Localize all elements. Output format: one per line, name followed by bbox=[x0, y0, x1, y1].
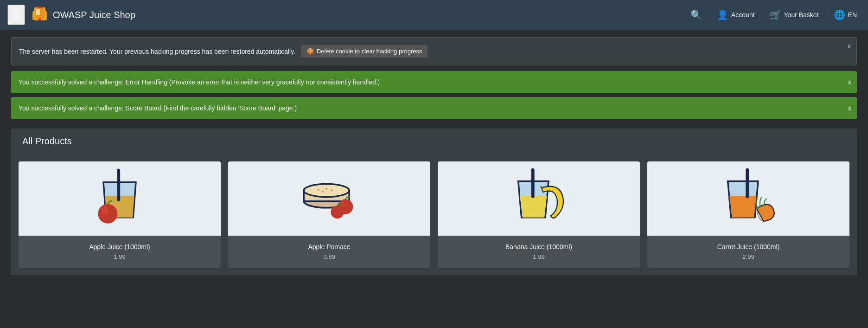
product-image-banana-juice bbox=[438, 161, 640, 236]
products-header: All Products bbox=[11, 129, 857, 154]
product-name-banana-juice: Banana Juice (1000ml) bbox=[445, 243, 632, 251]
navbar-right: 🔍 👤 Account 🛒 Your Basket 🌐 EN bbox=[687, 7, 861, 22]
cookie-icon: 🍪 bbox=[306, 48, 314, 55]
product-image-carrot-juice bbox=[647, 161, 849, 236]
account-icon: 👤 bbox=[717, 9, 728, 20]
svg-point-7 bbox=[102, 207, 108, 216]
product-name-apple-pomace: Apple Pomace bbox=[236, 243, 423, 251]
svg-rect-2 bbox=[36, 9, 40, 15]
svg-rect-19 bbox=[746, 168, 749, 198]
product-name-carrot-juice: Carrot Juice (1000ml) bbox=[655, 243, 842, 251]
delete-cookie-button[interactable]: 🍪 Delete cookie to clear hacking progres… bbox=[301, 45, 428, 58]
svg-point-16 bbox=[341, 201, 345, 208]
apple-juice-image bbox=[87, 166, 152, 231]
product-info-apple-pomace: Apple Pomace 0.89 bbox=[228, 236, 430, 268]
brand-logo-icon bbox=[31, 6, 49, 24]
brand-title: OWASP Juice Shop bbox=[53, 10, 135, 20]
product-info-banana-juice: Banana Juice (1000ml) 1.99 bbox=[438, 236, 640, 268]
brand-logo[interactable]: OWASP Juice Shop bbox=[31, 6, 135, 24]
search-button[interactable]: 🔍 bbox=[687, 7, 706, 22]
svg-point-12 bbox=[326, 188, 328, 190]
banana-juice-image bbox=[506, 166, 571, 231]
products-section: All Products bbox=[11, 129, 857, 275]
svg-point-10 bbox=[304, 184, 349, 197]
basket-button[interactable]: 🛒 Your Basket bbox=[766, 7, 823, 22]
product-card-apple-juice[interactable]: Apple Juice (1000ml) 1.99 bbox=[19, 161, 221, 268]
delete-cookie-label: Delete cookie to clear hacking progress bbox=[317, 48, 422, 55]
product-price-apple-pomace: 0.89 bbox=[236, 253, 423, 260]
svg-rect-18 bbox=[531, 168, 535, 198]
search-icon: 🔍 bbox=[690, 9, 702, 20]
products-grid: Apple Juice (1000ml) 1.99 bbox=[11, 154, 857, 275]
account-label: Account bbox=[731, 11, 755, 19]
svg-rect-4 bbox=[37, 6, 43, 8]
product-image-apple-juice bbox=[19, 161, 221, 236]
svg-rect-5 bbox=[117, 169, 120, 201]
main-content: The server has been restarted. Your prev… bbox=[0, 30, 868, 283]
navbar-left: ☰ OWASP Juice Shop bbox=[7, 5, 687, 25]
language-icon: 🌐 bbox=[834, 9, 845, 20]
svg-point-13 bbox=[331, 189, 333, 192]
alert-2-close-button[interactable]: x bbox=[848, 104, 851, 112]
alert-1-message: You successfully solved a challenge: Err… bbox=[19, 78, 380, 86]
apple-pomace-image bbox=[297, 166, 362, 231]
alert-1-close-button[interactable]: x bbox=[848, 78, 851, 86]
language-label: EN bbox=[848, 11, 857, 19]
alert-2-message: You successfully solved a challenge: Sco… bbox=[19, 104, 297, 112]
product-name-apple-juice: Apple Juice (1000ml) bbox=[26, 243, 213, 251]
basket-icon: 🛒 bbox=[770, 9, 781, 20]
product-price-carrot-juice: 2.99 bbox=[655, 253, 842, 260]
notification-close-button[interactable]: x bbox=[848, 42, 851, 50]
alert-2: You successfully solved a challenge: Sco… bbox=[11, 97, 857, 119]
navbar: ☰ OWASP Juice Shop 🔍 👤 Account 🛒 bbox=[0, 0, 868, 30]
products-title: All Products bbox=[22, 136, 72, 146]
svg-point-14 bbox=[322, 191, 324, 193]
menu-button[interactable]: ☰ bbox=[7, 5, 25, 25]
svg-point-11 bbox=[317, 189, 319, 191]
svg-point-17 bbox=[331, 206, 344, 219]
svg-point-6 bbox=[98, 204, 117, 224]
product-price-apple-juice: 1.99 bbox=[26, 253, 213, 260]
notification-banner: The server has been restarted. Your prev… bbox=[11, 37, 857, 65]
product-card-banana-juice[interactable]: Banana Juice (1000ml) 1.99 bbox=[438, 161, 640, 268]
carrot-juice-image bbox=[716, 166, 781, 231]
notification-message: The server has been restarted. Your prev… bbox=[19, 48, 295, 55]
product-card-carrot-juice[interactable]: Carrot Juice (1000ml) 2.99 bbox=[647, 161, 849, 268]
alert-1: You successfully solved a challenge: Err… bbox=[11, 71, 857, 93]
account-button[interactable]: 👤 Account bbox=[713, 7, 759, 22]
language-button[interactable]: 🌐 EN bbox=[830, 7, 861, 22]
product-image-apple-pomace bbox=[228, 161, 430, 236]
product-info-carrot-juice: Carrot Juice (1000ml) 2.99 bbox=[647, 236, 849, 268]
product-price-banana-juice: 1.99 bbox=[445, 253, 632, 260]
product-info-apple-juice: Apple Juice (1000ml) 1.99 bbox=[19, 236, 221, 268]
product-card-apple-pomace[interactable]: Apple Pomace 0.89 bbox=[228, 161, 430, 268]
svg-point-3 bbox=[38, 18, 41, 21]
hamburger-icon: ☰ bbox=[12, 10, 20, 20]
basket-label: Your Basket bbox=[784, 11, 819, 19]
